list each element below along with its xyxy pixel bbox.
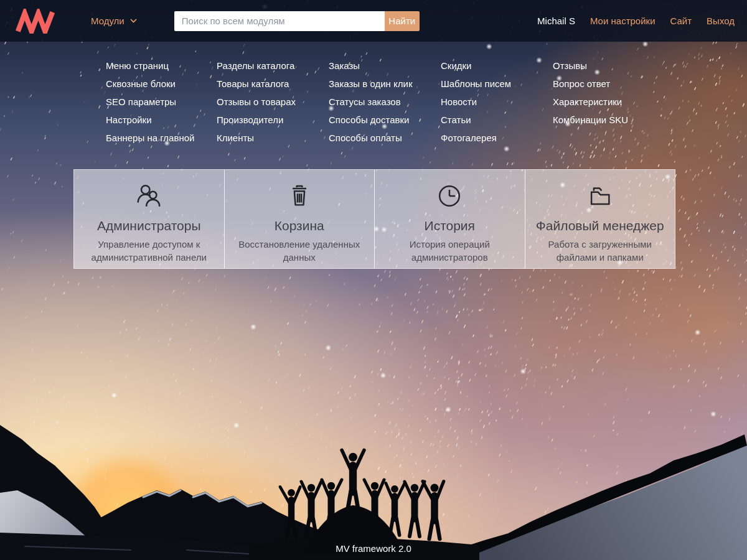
menu-item-link[interactable]: SEO параметры: [106, 93, 217, 111]
menu-item-link[interactable]: Новости: [441, 93, 553, 111]
menu-item-link[interactable]: Производители: [217, 111, 329, 129]
top-navbar: Модули Найти Michail S Мои настройки Сай…: [0, 0, 747, 42]
card-file-manager[interactable]: Файловый менеджер Работа с загруженными …: [525, 170, 675, 268]
menu-item-link[interactable]: Товары каталога: [217, 75, 329, 93]
menu-item-link[interactable]: Способы оплаты: [329, 129, 441, 147]
menu-column-5: ОтзывыВопрос ответХарактеристикиКомбинац…: [553, 57, 747, 147]
menu-item-link[interactable]: Фотогалерея: [441, 129, 553, 147]
nav-link-settings[interactable]: Мои настройки: [590, 16, 655, 26]
card-subtitle: Работа с загруженными файлами и папками: [525, 238, 675, 264]
menu-item-link[interactable]: Отзывы о товарах: [217, 93, 329, 111]
nav-link-site[interactable]: Сайт: [670, 16, 692, 26]
footer-framework-version: MV framework 2.0: [0, 543, 747, 554]
modules-dropdown[interactable]: Модули: [91, 16, 137, 26]
menu-item-link[interactable]: Сквозные блоки: [106, 75, 217, 93]
menu-item-link[interactable]: Разделы каталога: [217, 57, 329, 75]
menu-item-link[interactable]: Отзывы: [553, 57, 747, 75]
menu-item-link[interactable]: Вопрос ответ: [553, 75, 747, 93]
user-name[interactable]: Michail S: [537, 16, 575, 26]
clock-icon: [435, 182, 464, 210]
card-title: История: [375, 218, 525, 233]
global-search: Найти: [174, 11, 420, 31]
users-icon: [134, 182, 163, 210]
mega-menu: Меню страницСквозные блокиSEO параметрыН…: [0, 42, 747, 163]
menu-item-link[interactable]: Настройки: [106, 111, 217, 129]
card-trash[interactable]: Корзина Восстановление удаленных данных: [225, 170, 375, 268]
menu-column-3: ЗаказыЗаказы в один кликСтатусы заказовС…: [329, 57, 441, 147]
menu-column-1: Меню страницСквозные блокиSEO параметрыН…: [106, 57, 217, 147]
module-cards: Администраторы Управление доступом к адм…: [73, 169, 675, 269]
card-subtitle: Восстановление удаленных данных: [225, 238, 375, 264]
menu-column-2: Разделы каталогаТовары каталогаОтзывы о …: [217, 57, 329, 147]
menu-item-link[interactable]: Меню страниц: [106, 57, 217, 75]
card-title: Файловый менеджер: [525, 218, 675, 233]
menu-item-link[interactable]: Статьи: [441, 111, 553, 129]
folder-icon: [586, 182, 614, 210]
card-administrators[interactable]: Администраторы Управление доступом к адм…: [74, 170, 225, 268]
card-history[interactable]: История История операций администраторов: [375, 170, 525, 268]
admin-dashboard: Модули Найти Michail S Мои настройки Сай…: [0, 0, 747, 560]
menu-item-link[interactable]: Баннеры на главной: [106, 129, 217, 147]
mv-logo[interactable]: [15, 9, 56, 34]
menu-item-link[interactable]: Характеристики: [553, 93, 747, 111]
menu-item-link[interactable]: Скидки: [441, 57, 553, 75]
trash-icon: [285, 182, 314, 210]
menu-item-link[interactable]: Заказы: [329, 57, 441, 75]
nav-link-logout[interactable]: Выход: [707, 16, 735, 26]
menu-item-link[interactable]: Клиенты: [217, 129, 329, 147]
menu-item-link[interactable]: Шаблоны писем: [441, 75, 553, 93]
chevron-down-icon: [130, 19, 137, 23]
search-input[interactable]: [174, 11, 385, 31]
card-title: Корзина: [225, 218, 375, 233]
menu-item-link[interactable]: Заказы в один клик: [329, 75, 441, 93]
card-title: Администраторы: [74, 218, 224, 233]
card-subtitle: История операций администраторов: [375, 238, 525, 264]
menu-item-link[interactable]: Статусы заказов: [329, 93, 441, 111]
menu-item-link[interactable]: Способы доставки: [329, 111, 441, 129]
navbar-user-links: Michail S Мои настройки Сайт Выход: [537, 16, 735, 26]
card-subtitle: Управление доступом к административной п…: [74, 238, 224, 264]
menu-item-link[interactable]: Комбинации SKU: [553, 111, 747, 129]
modules-label: Модули: [91, 16, 125, 26]
search-button[interactable]: Найти: [385, 11, 420, 31]
menu-column-4: СкидкиШаблоны писемНовостиСтатьиФотогале…: [441, 57, 553, 147]
